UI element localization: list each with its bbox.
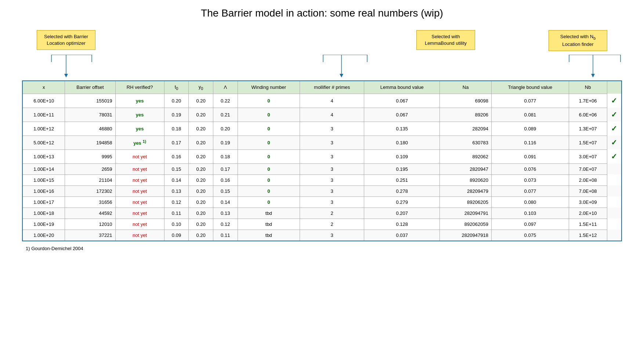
checkmark-icon: ✓: [611, 152, 617, 161]
cell-t0: 0.18: [164, 122, 189, 136]
cell-t0: 0.16: [164, 149, 189, 163]
cell-nb: 3.0E+09: [569, 196, 607, 208]
page-title: The Barrier model in action: some real n…: [7, 7, 637, 19]
cell-triangle: 0.077: [491, 185, 569, 196]
cell-nb: 2.0E+08: [569, 174, 607, 185]
cell-lemma: 0.109: [364, 149, 440, 163]
cell-nb: 7.0E+07: [569, 163, 607, 174]
cell-lambda: 0.22: [213, 94, 238, 108]
cell-winding: 0: [238, 122, 300, 136]
table-row: 1.00E+142659not yet0.150.200.17030.19528…: [22, 163, 622, 174]
table-row: 1.00E+1912010not yet0.100.200.12tbd20.12…: [22, 219, 622, 230]
cell-na: 630783: [440, 136, 492, 149]
cell-check: ✓: [607, 136, 622, 149]
cell-nb: 6.0E+06: [569, 108, 607, 122]
cell-winding: 0: [238, 174, 300, 185]
cell-mollifier: 3: [300, 230, 364, 241]
cell-t0: 0.13: [164, 185, 189, 196]
cell-barrier: 37221: [65, 230, 115, 241]
cell-na: 69098: [440, 94, 492, 108]
cell-na: 2820947: [440, 163, 492, 174]
cell-na: 8920620: [440, 174, 492, 185]
table-header-row: x Barrier offset RH verified? t0 y0 Λ Wi…: [22, 81, 622, 94]
table-row: 6.00E+10155019yes0.200.200.22040.0676909…: [22, 94, 622, 108]
cell-y0: 0.20: [189, 185, 213, 196]
annotation-left: Selected with Barrier Location optimizer: [37, 30, 95, 50]
cell-barrier: 9995: [65, 149, 115, 163]
table-row: 1.00E+1844592not yet0.110.200.13tbd20.20…: [22, 208, 622, 219]
cell-na: 89206: [440, 108, 492, 122]
cell-barrier: 194858: [65, 136, 115, 149]
cell-y0: 0.20: [189, 108, 213, 122]
cell-winding: 0: [238, 163, 300, 174]
col-barrier: Barrier offset: [65, 81, 115, 94]
cell-mollifier: 3: [300, 122, 364, 136]
cell-winding: 0: [238, 149, 300, 163]
cell-lemma: 0.207: [364, 208, 440, 219]
cell-lambda: 0.16: [213, 174, 238, 185]
cell-winding: 0: [238, 196, 300, 208]
cell-lambda: 0.12: [213, 219, 238, 230]
annotation-mid: Selected with LemmaBound utility: [416, 30, 475, 50]
cell-mollifier: 4: [300, 108, 364, 122]
col-rh: RH verified?: [115, 81, 164, 94]
cell-rh: yes: [115, 94, 164, 108]
cell-check: [607, 208, 622, 219]
cell-lemma: 0.135: [364, 122, 440, 136]
col-winding: Winding number: [238, 81, 300, 94]
cell-x: 1.00E+20: [22, 230, 65, 241]
cell-rh: not yet: [115, 149, 164, 163]
cell-mollifier: 3: [300, 163, 364, 174]
cell-nb: 7.0E+08: [569, 185, 607, 196]
cell-winding: 0: [238, 185, 300, 196]
cell-winding: tbd: [238, 219, 300, 230]
cell-y0: 0.20: [189, 219, 213, 230]
cell-x: 5.00E+12: [22, 136, 65, 149]
cell-check: [607, 185, 622, 196]
cell-check: [607, 196, 622, 208]
table-row: 1.00E+1246880yes0.180.200.20030.13528209…: [22, 122, 622, 136]
cell-check: [607, 174, 622, 185]
cell-lambda: 0.17: [213, 163, 238, 174]
cell-nb: 1.5E+12: [569, 230, 607, 241]
col-nb: Nb: [569, 81, 607, 94]
cell-x: 1.00E+12: [22, 122, 65, 136]
table-row: 5.00E+12194858yes 1)0.170.200.19030.1806…: [22, 136, 622, 149]
cell-check: ✓: [607, 108, 622, 122]
cell-triangle: 0.091: [491, 149, 569, 163]
cell-barrier: 172302: [65, 185, 115, 196]
table-row: 1.00E+2037221not yet0.090.200.11tbd30.03…: [22, 230, 622, 241]
cell-barrier: 44592: [65, 208, 115, 219]
cell-y0: 0.20: [189, 149, 213, 163]
cell-t0: 0.14: [164, 174, 189, 185]
table-row: 1.00E+139995not yet0.160.200.18030.10989…: [22, 149, 622, 163]
cell-check: ✓: [607, 149, 622, 163]
svg-marker-7: [340, 74, 343, 77]
cell-x: 1.00E+16: [22, 185, 65, 196]
cell-barrier: 31656: [65, 196, 115, 208]
cell-t0: 0.10: [164, 219, 189, 230]
cell-mollifier: 2: [300, 219, 364, 230]
cell-check: [607, 163, 622, 174]
checkmark-icon: ✓: [611, 125, 617, 133]
cell-mollifier: 3: [300, 136, 364, 149]
cell-x: 1.00E+13: [22, 149, 65, 163]
cell-x: 1.00E+19: [22, 219, 65, 230]
cell-x: 1.00E+17: [22, 196, 65, 208]
col-mollifier: mollifier # primes: [300, 81, 364, 94]
table-row: 1.00E+1521104not yet0.140.200.16030.2518…: [22, 174, 622, 185]
col-lambda: Λ: [213, 81, 238, 94]
cell-x: 1.00E+15: [22, 174, 65, 185]
cell-na: 282094: [440, 122, 492, 136]
cell-nb: 2.0E+10: [569, 208, 607, 219]
cell-lambda: 0.21: [213, 108, 238, 122]
cell-na: 282094791: [440, 208, 492, 219]
cell-t0: 0.15: [164, 163, 189, 174]
table-row: 1.00E+16172302not yet0.130.200.15030.278…: [22, 185, 622, 196]
arrows-area: [22, 55, 622, 80]
cell-mollifier: 4: [300, 94, 364, 108]
cell-x: 6.00E+10: [22, 94, 65, 108]
cell-lemma: 0.180: [364, 136, 440, 149]
cell-rh: yes: [115, 108, 164, 122]
cell-rh: not yet: [115, 219, 164, 230]
